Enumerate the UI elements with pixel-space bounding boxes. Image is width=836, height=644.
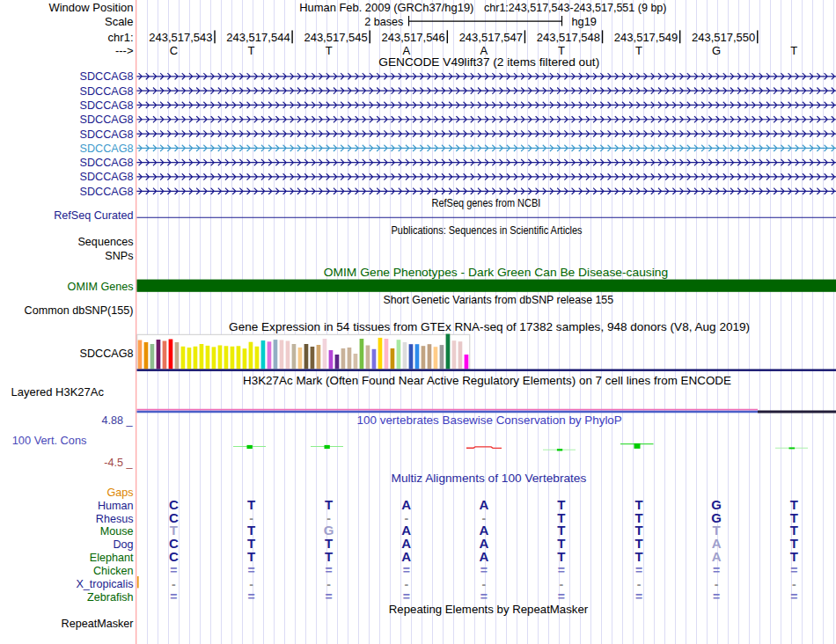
svg-text:T: T — [558, 44, 565, 57]
svg-text:T: T — [790, 44, 797, 57]
svg-text:=: = — [558, 563, 565, 577]
svg-text:Chicken: Chicken — [93, 565, 134, 577]
svg-text:Scale: Scale — [105, 15, 134, 28]
svg-text:243,517,543: 243,517,543 — [149, 31, 212, 44]
svg-text:Human Feb. 2009 (GRCh37/hg19): Human Feb. 2009 (GRCh37/hg19) — [299, 1, 473, 14]
svg-text:T: T — [790, 549, 798, 564]
svg-text:Mouse: Mouse — [100, 525, 134, 538]
svg-text:A: A — [401, 549, 411, 564]
svg-text:SDCCAG8: SDCCAG8 — [80, 70, 134, 83]
svg-text:243,517,548: 243,517,548 — [537, 31, 600, 44]
svg-text:Common dbSNP(155): Common dbSNP(155) — [25, 304, 134, 317]
svg-text:SDCCAG8: SDCCAG8 — [80, 128, 134, 141]
svg-text:Window Position: Window Position — [48, 1, 133, 14]
svg-text:=: = — [403, 563, 410, 577]
svg-text:T: T — [635, 44, 642, 57]
svg-text:=: = — [170, 563, 177, 577]
svg-text:--->: ---> — [115, 44, 134, 57]
svg-text:Human: Human — [98, 500, 134, 512]
svg-text:=: = — [635, 563, 642, 577]
svg-text:C: C — [170, 44, 178, 57]
svg-text:H3K27Ac Mark (Often Found Near: H3K27Ac Mark (Often Found Near Active Re… — [243, 375, 731, 387]
svg-text:X_tropicalis: X_tropicalis — [76, 578, 133, 590]
svg-text:Multiz Alignments of 100 Verte: Multiz Alignments of 100 Vertebrates — [392, 472, 587, 485]
svg-text:=: = — [790, 589, 797, 604]
svg-text:100 Vert. Cons: 100 Vert. Cons — [12, 435, 87, 447]
svg-text:4.88 _: 4.88 _ — [101, 414, 133, 427]
svg-text:243,517,547: 243,517,547 — [459, 31, 523, 44]
svg-text:T: T — [247, 549, 255, 564]
svg-text:Sequences: Sequences — [77, 236, 133, 248]
svg-text:=: = — [635, 589, 642, 604]
svg-text:T: T — [325, 497, 333, 512]
svg-text:SNPs: SNPs — [105, 250, 133, 262]
svg-text:243,517,545: 243,517,545 — [304, 31, 367, 44]
svg-text:=: = — [790, 563, 797, 577]
svg-text:Elephant: Elephant — [90, 552, 134, 564]
svg-text:RefSeq Curated: RefSeq Curated — [54, 209, 133, 222]
svg-text:T: T — [557, 549, 565, 564]
svg-text:=: = — [403, 589, 410, 604]
svg-text:243,517,544: 243,517,544 — [226, 31, 290, 44]
svg-text:243,517,550: 243,517,550 — [692, 31, 755, 44]
svg-text:T: T — [248, 44, 255, 57]
svg-text:T: T — [634, 549, 642, 564]
svg-text:A: A — [480, 44, 488, 57]
svg-text:-4.5 _: -4.5 _ — [104, 457, 133, 469]
svg-text:=: = — [480, 589, 488, 604]
svg-text:=: = — [713, 563, 720, 577]
svg-text:Zebrafish: Zebrafish — [87, 591, 134, 604]
svg-text:=: = — [170, 589, 177, 604]
svg-text:G: G — [712, 44, 721, 57]
svg-text:243,517,549: 243,517,549 — [614, 31, 678, 44]
svg-text:Gaps: Gaps — [106, 487, 133, 499]
svg-text:=: = — [713, 589, 720, 604]
svg-text:A: A — [479, 549, 488, 564]
svg-text:=: = — [247, 563, 254, 577]
svg-text:=: = — [326, 563, 333, 577]
svg-text:=: = — [480, 563, 488, 577]
svg-text:T: T — [325, 549, 333, 564]
svg-text:=: = — [326, 589, 333, 604]
svg-text:Gene Expression in 54 tissues: Gene Expression in 54 tissues from GTEx … — [229, 321, 750, 333]
svg-text:A: A — [402, 44, 410, 57]
svg-text:chr1:243,517,543-243,517,551 (: chr1:243,517,543-243,517,551 (9 bp) — [484, 1, 667, 14]
svg-text:Short Genetic Variants from db: Short Genetic Variants from dbSNP releas… — [383, 294, 613, 306]
svg-text:OMIM Gene Phenotypes - Dark Gr: OMIM Gene Phenotypes - Dark Green Can Be… — [324, 267, 669, 279]
svg-text:Layered H3K27Ac: Layered H3K27Ac — [11, 386, 104, 399]
svg-text:GENCODE V49lift37 (2 items fil: GENCODE V49lift37 (2 items filtered out) — [378, 56, 599, 69]
svg-text:A: A — [401, 497, 411, 512]
svg-text:C: C — [169, 549, 179, 564]
svg-text:SDCCAG8: SDCCAG8 — [80, 348, 134, 360]
svg-text:SDCCAG8: SDCCAG8 — [80, 99, 134, 112]
svg-text:=: = — [247, 589, 254, 604]
svg-text:2 bases: 2 bases — [364, 15, 404, 28]
svg-text:SDCCAG8: SDCCAG8 — [80, 143, 134, 155]
svg-text:OMIM Genes: OMIM Genes — [68, 281, 134, 293]
svg-text:243,517,546: 243,517,546 — [382, 31, 445, 44]
svg-text:Rhesus: Rhesus — [96, 513, 134, 525]
svg-text:chr1:: chr1: — [108, 31, 134, 44]
svg-text:100 vertebrates Basewise Conse: 100 vertebrates Basewise Conservation by… — [357, 414, 622, 427]
svg-text:T: T — [326, 44, 333, 57]
svg-text:A: A — [479, 497, 488, 512]
svg-text:RefSeq genes from NCBI: RefSeq genes from NCBI — [432, 197, 541, 209]
svg-text:Dog: Dog — [113, 538, 133, 551]
svg-text:SDCCAG8: SDCCAG8 — [80, 157, 134, 169]
svg-text:Repeating Elements by RepeatMa: Repeating Elements by RepeatMasker — [389, 604, 588, 616]
svg-text:A: A — [712, 549, 722, 564]
svg-text:SDCCAG8: SDCCAG8 — [80, 113, 134, 126]
svg-text:SDCCAG8: SDCCAG8 — [80, 171, 134, 183]
svg-text:SDCCAG8: SDCCAG8 — [80, 85, 134, 98]
svg-text:RepeatMasker: RepeatMasker — [62, 618, 134, 630]
svg-text:T: T — [247, 497, 255, 512]
svg-text:SDCCAG8: SDCCAG8 — [80, 186, 134, 198]
svg-text:Publications: Sequences in Sci: Publications: Sequences in Scientific Ar… — [392, 224, 583, 237]
svg-text:hg19: hg19 — [571, 15, 597, 28]
svg-text:=: = — [558, 589, 565, 604]
